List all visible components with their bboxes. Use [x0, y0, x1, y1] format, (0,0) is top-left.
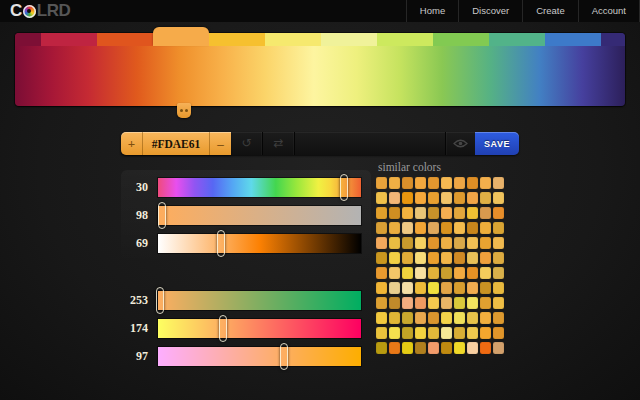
add-color-button[interactable]: + [121, 132, 143, 155]
nav-discover[interactable]: Discover [458, 0, 522, 22]
similar-color-swatch[interactable] [415, 222, 426, 234]
similar-color-swatch[interactable] [389, 222, 400, 234]
similar-color-swatch[interactable] [493, 222, 504, 234]
similar-color-swatch[interactable] [415, 297, 426, 309]
similar-color-swatch[interactable] [480, 327, 491, 339]
similar-color-swatch[interactable] [454, 252, 465, 264]
similar-color-swatch[interactable] [480, 207, 491, 219]
similar-color-swatch[interactable] [467, 177, 478, 189]
similar-color-swatch[interactable] [493, 327, 504, 339]
hue-swatch[interactable] [41, 33, 97, 46]
hue-swatch-selected[interactable] [153, 27, 209, 46]
similar-color-swatch[interactable] [441, 252, 452, 264]
similar-color-swatch[interactable] [415, 267, 426, 279]
similar-color-swatch[interactable] [454, 312, 465, 324]
hue-swatch[interactable] [545, 33, 601, 46]
similar-color-swatch[interactable] [493, 282, 504, 294]
similar-color-swatch[interactable] [454, 177, 465, 189]
hue-swatch[interactable] [15, 33, 41, 46]
hex-input[interactable] [143, 132, 209, 155]
similar-color-swatch[interactable] [480, 177, 491, 189]
similar-color-swatch[interactable] [402, 252, 413, 264]
similar-color-swatch[interactable] [454, 297, 465, 309]
similar-color-swatch[interactable] [480, 342, 491, 354]
similar-color-swatch[interactable] [428, 297, 439, 309]
similar-color-swatch[interactable] [402, 282, 413, 294]
similar-color-swatch[interactable] [428, 282, 439, 294]
hue-swatch[interactable] [433, 33, 489, 46]
slider-track[interactable] [158, 234, 361, 253]
similar-color-swatch[interactable] [415, 192, 426, 204]
similar-color-swatch[interactable] [428, 252, 439, 264]
similar-color-swatch[interactable] [493, 177, 504, 189]
similar-color-swatch[interactable] [402, 297, 413, 309]
similar-color-swatch[interactable] [480, 282, 491, 294]
similar-color-swatch[interactable] [376, 267, 387, 279]
similar-color-swatch[interactable] [376, 282, 387, 294]
nav-account[interactable]: Account [578, 0, 640, 22]
slider-handle[interactable] [280, 343, 288, 370]
similar-color-swatch[interactable] [402, 237, 413, 249]
similar-color-swatch[interactable] [415, 252, 426, 264]
slider-track[interactable] [158, 319, 361, 338]
remove-color-button[interactable]: – [209, 132, 231, 155]
similar-color-swatch[interactable] [454, 192, 465, 204]
similar-color-swatch[interactable] [493, 297, 504, 309]
similar-color-swatch[interactable] [428, 312, 439, 324]
similar-color-swatch[interactable] [415, 312, 426, 324]
similar-color-swatch[interactable] [428, 177, 439, 189]
redo-icon[interactable]: ⇄ [263, 132, 295, 155]
similar-color-swatch[interactable] [389, 177, 400, 189]
similar-color-swatch[interactable] [428, 222, 439, 234]
similar-color-swatch[interactable] [467, 327, 478, 339]
similar-color-swatch[interactable] [467, 237, 478, 249]
similar-color-swatch[interactable] [389, 297, 400, 309]
similar-color-swatch[interactable] [389, 327, 400, 339]
undo-icon[interactable]: ↺ [231, 132, 263, 155]
similar-color-swatch[interactable] [467, 312, 478, 324]
similar-color-swatch[interactable] [402, 312, 413, 324]
similar-color-swatch[interactable] [467, 222, 478, 234]
similar-color-swatch[interactable] [428, 207, 439, 219]
similar-color-swatch[interactable] [376, 177, 387, 189]
similar-color-swatch[interactable] [480, 252, 491, 264]
similar-color-swatch[interactable] [467, 342, 478, 354]
similar-color-swatch[interactable] [376, 207, 387, 219]
hue-swatch[interactable] [321, 33, 377, 46]
similar-color-swatch[interactable] [376, 192, 387, 204]
similar-color-swatch[interactable] [415, 177, 426, 189]
similar-color-swatch[interactable] [415, 282, 426, 294]
spectrum-marker-pin[interactable] [177, 103, 191, 118]
similar-color-swatch[interactable] [389, 207, 400, 219]
similar-color-swatch[interactable] [441, 297, 452, 309]
similar-color-swatch[interactable] [493, 267, 504, 279]
slider-track[interactable] [158, 206, 361, 225]
similar-color-swatch[interactable] [402, 192, 413, 204]
similar-color-swatch[interactable] [376, 252, 387, 264]
similar-color-swatch[interactable] [480, 222, 491, 234]
similar-color-swatch[interactable] [389, 252, 400, 264]
similar-color-swatch[interactable] [402, 327, 413, 339]
similar-color-swatch[interactable] [441, 282, 452, 294]
similar-color-swatch[interactable] [389, 267, 400, 279]
hue-swatch[interactable] [97, 33, 153, 46]
similar-color-swatch[interactable] [454, 282, 465, 294]
similar-color-swatch[interactable] [480, 237, 491, 249]
similar-color-swatch[interactable] [467, 252, 478, 264]
similar-color-swatch[interactable] [428, 267, 439, 279]
similar-color-swatch[interactable] [402, 222, 413, 234]
similar-color-swatch[interactable] [467, 192, 478, 204]
similar-color-swatch[interactable] [389, 312, 400, 324]
similar-color-swatch[interactable] [480, 297, 491, 309]
similar-color-swatch[interactable] [493, 252, 504, 264]
slider-handle[interactable] [340, 174, 348, 201]
hue-swatch[interactable] [601, 33, 625, 46]
similar-color-swatch[interactable] [376, 312, 387, 324]
similar-color-swatch[interactable] [480, 267, 491, 279]
similar-color-swatch[interactable] [441, 177, 452, 189]
slider-track[interactable] [158, 178, 361, 197]
similar-color-swatch[interactable] [441, 312, 452, 324]
similar-color-swatch[interactable] [441, 207, 452, 219]
similar-color-swatch[interactable] [493, 312, 504, 324]
hue-swatch[interactable] [265, 33, 321, 46]
